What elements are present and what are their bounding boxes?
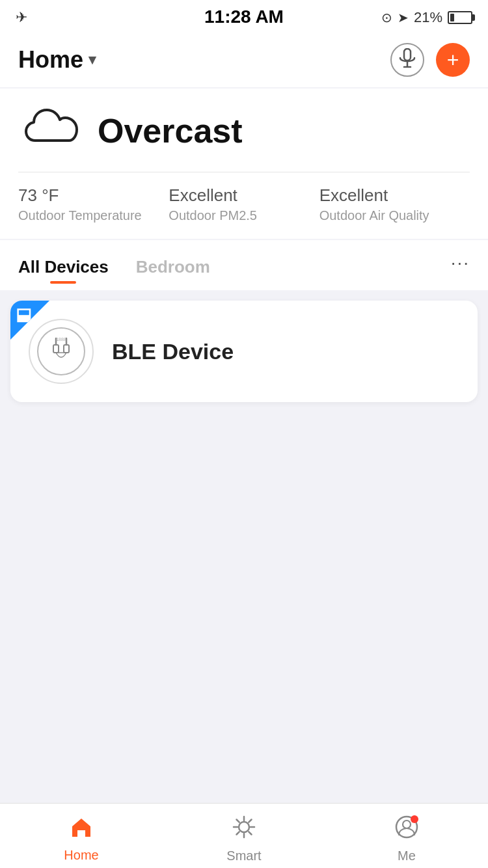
device-avatar: 1888 — [29, 319, 94, 384]
pm25-value: Excellent — [169, 185, 319, 206]
status-bar: ✈ 11:28 AM ⊙ ➤ 21% — [0, 0, 488, 33]
status-time: 11:28 AM — [204, 7, 284, 27]
temperature-label: Outdoor Temperature — [18, 208, 169, 223]
svg-point-10 — [239, 822, 249, 832]
device-content: 1888 BLE Device — [10, 301, 478, 402]
weather-stat-temperature: 73 °F Outdoor Temperature — [18, 185, 169, 223]
svg-rect-5 — [64, 345, 69, 353]
mic-icon — [399, 48, 416, 72]
tab-active-indicator — [50, 281, 76, 284]
weather-main: Overcast — [18, 107, 470, 155]
battery-icon — [448, 11, 472, 24]
tabs-row: All Devices Bedroom ··· — [18, 240, 470, 290]
tabs-more-button[interactable]: ··· — [451, 252, 470, 278]
weather-stat-pm25: Excellent Outdoor PM2.5 — [169, 185, 319, 223]
tab-all-devices[interactable]: All Devices — [18, 247, 109, 290]
page-wrapper: ✈ 11:28 AM ⊙ ➤ 21% Home ▾ — [0, 0, 488, 478]
air-quality-label: Outdoor Air Quality — [319, 208, 470, 223]
nav-item-smart[interactable]: Smart — [163, 804, 325, 868]
tabs-section: All Devices Bedroom ··· — [0, 240, 488, 290]
airplane-icon: ✈ — [16, 9, 27, 26]
tab-all-devices-label: All Devices — [18, 257, 109, 277]
tabs-list: All Devices Bedroom — [18, 240, 210, 290]
svg-rect-4 — [53, 345, 59, 353]
smart-nav-icon — [232, 815, 256, 845]
location-icon: ⊙ — [381, 10, 392, 25]
home-nav-label: Home — [64, 848, 98, 863]
weather-stat-air-quality: Excellent Outdoor Air Quality — [319, 185, 470, 223]
me-nav-icon — [395, 815, 418, 845]
device-card-ble[interactable]: ⬓ — [10, 301, 478, 402]
svg-line-17 — [249, 819, 251, 822]
svg-line-16 — [249, 832, 251, 834]
mic-button[interactable] — [390, 43, 424, 77]
weather-stats: 73 °F Outdoor Temperature Excellent Outd… — [18, 172, 470, 223]
chevron-down-icon: ▾ — [88, 51, 96, 68]
svg-point-3 — [38, 328, 85, 375]
status-right: ⊙ ➤ 21% — [381, 9, 472, 26]
me-nav-label: Me — [398, 848, 416, 863]
add-button[interactable]: + — [436, 43, 470, 77]
air-quality-value: Excellent — [319, 185, 470, 206]
svg-line-15 — [237, 819, 239, 822]
battery-fill — [450, 14, 454, 21]
cloud-icon — [18, 107, 83, 155]
header: Home ▾ + — [0, 33, 488, 87]
home-title-label: Home — [18, 46, 83, 74]
status-left: ✈ — [16, 9, 27, 26]
svg-line-18 — [237, 832, 239, 834]
battery-percentage: 21% — [414, 9, 442, 26]
header-actions: + — [390, 43, 470, 77]
nav-item-me[interactable]: Me — [325, 804, 488, 868]
bottom-nav: Home Smart — [0, 803, 488, 868]
navigation-icon: ➤ — [398, 10, 409, 25]
smart-nav-label: Smart — [226, 848, 261, 863]
home-nav-icon — [70, 816, 93, 844]
svg-point-20 — [403, 821, 411, 828]
weather-section: Overcast 73 °F Outdoor Temperature Excel… — [0, 88, 488, 239]
svg-rect-0 — [404, 49, 411, 61]
header-title[interactable]: Home ▾ — [18, 46, 96, 74]
nav-item-home[interactable]: Home — [0, 804, 163, 868]
device-name: BLE Device — [112, 339, 234, 364]
plus-icon: + — [447, 49, 459, 70]
pm25-label: Outdoor PM2.5 — [169, 208, 319, 223]
tab-bedroom-label: Bedroom — [136, 257, 210, 277]
device-list: ⬓ — [0, 290, 488, 413]
temperature-value: 73 °F — [18, 185, 169, 206]
notification-dot — [411, 815, 418, 823]
svg-text:1888: 1888 — [56, 337, 66, 342]
weather-condition: Overcast — [98, 111, 243, 150]
tab-bedroom[interactable]: Bedroom — [136, 247, 210, 290]
bluetooth-icon: ⬓ — [16, 306, 32, 323]
